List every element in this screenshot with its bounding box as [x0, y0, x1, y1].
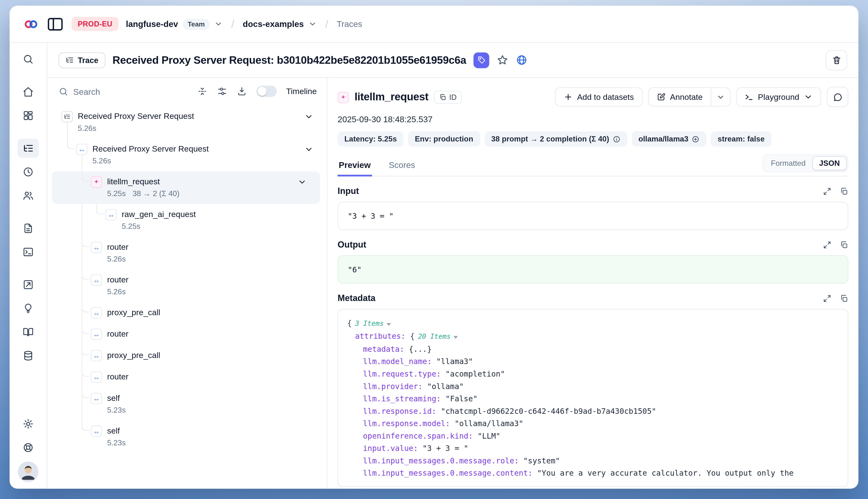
detail-header: litellm_request ID Add to datasets — [338, 78, 848, 107]
info-icon[interactable] — [612, 135, 621, 143]
chevron-down-icon[interactable] — [304, 112, 319, 121]
collapse-caret-icon[interactable] — [387, 323, 391, 326]
copy-icon[interactable] — [840, 240, 848, 249]
detail-actions: Add to datasets Annotate — [555, 87, 848, 107]
add-to-datasets-button[interactable]: Add to datasets — [555, 87, 642, 107]
input-section-header: Input — [338, 186, 848, 196]
tree-node-meta: 5.25s 38 → 2 (Σ 40) — [107, 188, 180, 199]
project-selector[interactable]: docs-examples — [243, 19, 317, 29]
tree-node-litellm-request[interactable]: litellm_request 5.25s 38 → 2 (Σ 40) — [52, 171, 320, 204]
tree-node-duration: 5.25s — [107, 188, 125, 199]
input-value-box: "3 + 3 = " — [338, 202, 848, 230]
tree-node-label: router — [107, 274, 129, 285]
copy-id-button[interactable]: ID — [434, 90, 462, 104]
latency-badge: Latency: 5.25s — [338, 131, 403, 147]
json-item-count[interactable]: 20 Items — [418, 332, 451, 340]
filter-sliders-icon[interactable] — [217, 86, 227, 96]
search-icon[interactable] — [17, 50, 39, 69]
tree-node-proxy-pre-call[interactable]: ↔ proxy_pre_call — [47, 302, 327, 324]
copy-icon[interactable] — [840, 294, 848, 302]
playground-button[interactable]: Playground — [736, 87, 821, 107]
search-input[interactable] — [73, 87, 141, 96]
tab-preview[interactable]: Preview — [338, 158, 372, 177]
sidebar-toggle-icon[interactable] — [46, 15, 64, 33]
generation-icon — [338, 92, 349, 103]
tree-node-label: litellm_request — [107, 176, 180, 187]
book-icon[interactable] — [17, 322, 39, 342]
annotate-split-button: Annotate — [648, 87, 730, 107]
observation-tree-panel: Timeline Received Proxy Server Re — [47, 78, 327, 489]
tree-node-router[interactable]: ↔ router 5.26s — [47, 269, 327, 302]
users-icon[interactable] — [17, 186, 39, 205]
globe-icon[interactable] — [516, 54, 528, 66]
comments-button[interactable] — [827, 87, 848, 107]
stream-badge: stream: false — [711, 131, 771, 147]
clock-icon[interactable] — [17, 162, 39, 182]
tree-node-raw-gen-ai-request[interactable]: ↔ raw_gen_ai_request 5.25s — [47, 204, 327, 237]
tree-node-router[interactable]: ↔ router — [47, 324, 327, 345]
star-icon[interactable] — [497, 54, 508, 66]
project-name: docs-examples — [243, 19, 304, 29]
lightbulb-icon[interactable] — [17, 299, 39, 318]
metadata-section-header: Metadata — [338, 293, 848, 303]
pencil-square-icon — [656, 93, 665, 101]
observation-detail-panel: litellm_request ID Add to datasets — [327, 78, 858, 489]
gear-icon[interactable] — [17, 414, 39, 434]
collapse-all-icon[interactable] — [197, 86, 207, 96]
plus-icon — [563, 93, 572, 101]
chart-icon[interactable] — [17, 275, 39, 294]
download-icon[interactable] — [236, 86, 247, 96]
chevron-down-icon[interactable] — [308, 20, 317, 28]
detail-tabs: Preview Scores Formatted JSON — [338, 155, 848, 177]
org-selector[interactable]: langfuse-dev Team — [126, 18, 223, 29]
metadata-json-viewer: {3 Items attributes: {20 Items metadata:… — [338, 309, 848, 487]
expand-icon[interactable] — [823, 240, 831, 249]
tree-node-span[interactable]: ↔ Received Proxy Server Request 5.26s — [47, 138, 327, 171]
search-field[interactable] — [59, 87, 188, 96]
tree-node-self[interactable]: ↔ self 5.23s — [47, 388, 327, 421]
span-icon: ↔ — [91, 307, 102, 318]
list-tree-icon — [65, 56, 74, 64]
database-icon[interactable] — [17, 346, 39, 365]
span-icon: ↔ — [91, 350, 102, 361]
chevron-down-icon[interactable] — [297, 178, 312, 186]
span-icon: ↔ — [105, 209, 117, 220]
dashboard-icon[interactable] — [17, 106, 39, 125]
document-icon[interactable] — [17, 219, 39, 238]
home-icon[interactable] — [17, 82, 39, 101]
tree-node-router[interactable]: ↔ router — [47, 366, 327, 388]
annotate-button[interactable]: Annotate — [649, 88, 711, 106]
json-item-count[interactable]: 3 Items — [355, 319, 383, 327]
timeline-toggle[interactable] — [256, 86, 277, 97]
breadcrumb-traces-link[interactable]: Traces — [337, 19, 362, 29]
env-badge: Env: production — [408, 131, 480, 147]
tree-node-duration: 5.23s — [107, 405, 125, 415]
span-icon: ↔ — [91, 393, 102, 404]
tree-node-proxy-pre-call[interactable]: ↔ proxy_pre_call — [47, 345, 327, 366]
tree-node-trace-root[interactable]: Received Proxy Server Request 5.26s — [47, 106, 327, 138]
tab-scores[interactable]: Scores — [388, 158, 416, 177]
search-icon — [59, 87, 68, 96]
copy-icon[interactable] — [840, 187, 848, 195]
tree-node-self[interactable]: ↔ self 5.23s — [47, 421, 327, 453]
trace-icon[interactable] — [17, 138, 39, 158]
chevron-down-icon[interactable] — [215, 20, 223, 28]
expand-icon[interactable] — [823, 187, 831, 195]
view-formatted[interactable]: Formatted — [764, 156, 812, 170]
expand-icon[interactable] — [823, 294, 831, 302]
annotate-dropdown-chevron[interactable] — [711, 88, 730, 106]
collapse-caret-icon[interactable] — [453, 336, 458, 339]
tag-icon[interactable] — [474, 52, 489, 68]
desktop-background: PROD-EU langfuse-dev Team / docs-example… — [0, 0, 868, 499]
view-json[interactable]: JSON — [812, 156, 847, 170]
user-avatar[interactable] — [18, 462, 38, 482]
support-icon[interactable] — [17, 438, 39, 457]
delete-trace-button[interactable] — [826, 50, 847, 70]
tree-node-router[interactable]: ↔ router 5.26s — [47, 237, 327, 269]
terminal-icon[interactable] — [17, 242, 39, 261]
chevron-down-icon[interactable] — [304, 145, 319, 154]
json-line: metadata: {...} — [347, 343, 839, 355]
tree-node-label: proxy_pre_call — [107, 307, 160, 318]
langfuse-logo-icon[interactable] — [23, 16, 39, 32]
plus-circle-icon[interactable] — [692, 135, 700, 143]
